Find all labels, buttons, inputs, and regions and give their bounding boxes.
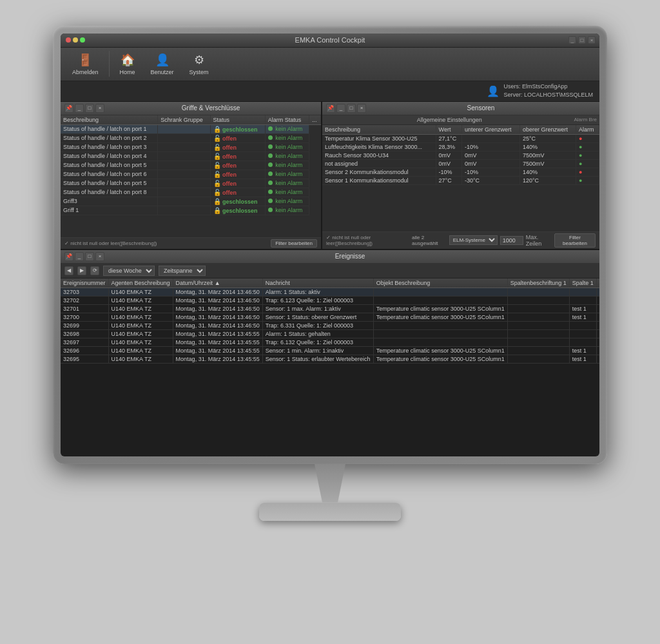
griffe-panel-header: 📌 _ □ × Griffe & Verschlüsse	[61, 102, 321, 115]
griffe-row[interactable]: Status of handle / latch on port 1 🔒 ges…	[61, 124, 321, 133]
ereignisse-tb-btn2[interactable]: ▶	[77, 266, 86, 275]
system-button[interactable]: ⚙ System	[184, 50, 214, 78]
col-status: Status	[210, 115, 265, 125]
time-filter-select[interactable]: Zeitspanne	[159, 266, 206, 276]
max-zeilen-label: Max. Zeilen	[526, 234, 552, 247]
minimize-button[interactable]: _	[568, 36, 576, 44]
griffe-row[interactable]: Griff 1 🔒 geschlossen kein Alarm	[61, 206, 321, 215]
griffe-row[interactable]: Status of handle / latch on port 5 🔓 off…	[61, 161, 321, 170]
sensoren-row[interactable]: Rauch Sensor 3000-U34 0mV 0mV 7500mV ●	[322, 151, 599, 159]
ereignisse-row[interactable]: 32700 U140 EMKA TZ Montag, 31. März 2014…	[61, 313, 599, 321]
griffe-alarm: kein Alarm	[265, 133, 309, 142]
user-info: Users: ElmStsConfigApp Server: LOCALHOST…	[503, 83, 593, 99]
ereignisse-toolbar: ◀ ▶ ⟳ diese Woche Zeitspanne	[61, 264, 599, 278]
griffe-status: 🔓 offen	[210, 170, 265, 179]
ereignis-agent: U140 EMKA TZ	[108, 321, 173, 329]
ereignisse-row[interactable]: 32701 U140 EMKA TZ Montag, 31. März 2014…	[61, 304, 599, 313]
monitor-screen: EMKA Control Cockpit _ □ × 🚪 Abmelden	[61, 34, 599, 456]
griffe-status: 🔓 offen	[210, 151, 265, 161]
sensoren-row[interactable]: Luftfeuchtigkeits Klima Sensor 3000... 2…	[322, 142, 599, 151]
sensoren-filter-btn[interactable]: Filter bearbeiten	[554, 233, 596, 248]
griffe-row[interactable]: Status of handle / latch on port 4 🔓 off…	[61, 151, 321, 161]
ereignisse-min-btn[interactable]: _	[75, 252, 84, 261]
ereignisse-row[interactable]: 32697 U140 EMKA TZ Montag, 31. März 2014…	[61, 338, 599, 346]
griffe-row[interactable]: Status of handle / latch on port 2 🔓 off…	[61, 133, 321, 142]
sensoren-min-btn[interactable]: _	[336, 104, 345, 113]
lock-closed-icon: 🔒	[213, 207, 221, 214]
griffe-close-btn[interactable]: ×	[95, 104, 104, 113]
close-button[interactable]: ×	[588, 36, 596, 44]
close-dot[interactable]	[66, 37, 71, 43]
sensor-unterer: 0mV	[461, 159, 519, 168]
minimize-dot[interactable]	[73, 37, 78, 43]
griffe-status: 🔒 geschlossen	[210, 124, 265, 133]
sensoren-allgemein-label: Allgemeine Einstellungen	[417, 117, 482, 123]
date-filter-select[interactable]: diese Woche	[103, 266, 155, 276]
griffe-gruppe	[158, 133, 210, 142]
home-button[interactable]: 🏠 Home	[115, 50, 141, 78]
ereignisse-pin-btn[interactable]: 📌	[64, 252, 73, 261]
sensoren-pin-btn[interactable]: 📌	[326, 104, 335, 113]
ereignis-nr: 32697	[61, 338, 108, 346]
ereignis-nachricht: Alarm: 1 Status: gehalten	[262, 329, 373, 338]
ereignisse-row[interactable]: 32703 U140 EMKA TZ Montag, 31. März 2014…	[61, 288, 599, 296]
griffe-alarm: kein Alarm	[265, 197, 309, 206]
griffe-row[interactable]: Status of handle / latch on port 6 🔓 off…	[61, 170, 321, 179]
ereignisse-row[interactable]: 32698 U140 EMKA TZ Montag, 31. März 2014…	[61, 329, 599, 338]
griffe-pin-btn[interactable]: 📌	[64, 104, 73, 113]
ereignis-nachricht: Alarm: 1 Status: aktiv	[262, 288, 373, 296]
ereignis-sp1	[569, 288, 596, 296]
sensoren-row[interactable]: Sensor 1 Kommunikationsmodul 27°C -30°C …	[322, 176, 599, 184]
sensor-wert: -10%	[436, 168, 461, 176]
ereignisse-tb-btn3[interactable]: ⟳	[90, 266, 99, 275]
elm-source-select[interactable]: ELM-Systeme	[449, 235, 498, 245]
griffe-beschreibung: Status of handle / latch on port 6	[61, 170, 158, 179]
ereignisse-close-btn[interactable]: ×	[95, 252, 104, 261]
maximize-dot[interactable]	[80, 37, 85, 43]
ereignisse-row[interactable]: 32695 U140 EMKA TZ Montag, 31. März 2014…	[61, 355, 599, 363]
col-objekt: Objekt Beschreibung	[373, 278, 507, 288]
sensoren-row[interactable]: Temperatur Klima Sensor 3000-U25 27,1°C …	[322, 134, 599, 142]
ereignis-objekt	[373, 296, 507, 304]
alarm-dot	[268, 153, 273, 158]
benutzer-button[interactable]: 👤 Benutzer	[146, 50, 179, 78]
ereignisse-row[interactable]: 32702 U140 EMKA TZ Montag, 31. März 2014…	[61, 296, 599, 304]
user-name: Users: ElmStsConfigApp	[503, 83, 593, 91]
sensoren-table-container[interactable]: Beschreibung Wert unterer Grenzwert ober…	[322, 125, 599, 231]
griffe-min-btn[interactable]: _	[75, 104, 84, 113]
griffe-max-btn[interactable]: □	[85, 104, 94, 113]
col-nr: Ereignisnummer	[61, 278, 108, 288]
griffe-filter-btn[interactable]: Filter bearbeiten	[271, 239, 317, 248]
sensor-oberer: 140%	[519, 168, 576, 176]
griffe-table-container[interactable]: Beschreibung Schrank Gruppe Status Alarm…	[61, 115, 321, 237]
griffe-gruppe	[158, 124, 210, 133]
sensor-wert: 28,3%	[436, 142, 461, 151]
sensoren-close-btn[interactable]: ×	[357, 104, 366, 113]
ereignis-datum: Montag, 31. März 2014 13:46:50	[173, 296, 262, 304]
griffe-row[interactable]: Status of handle / latch on port 5 🔓 off…	[61, 179, 321, 188]
sensoren-row[interactable]: not assigned 0mV 0mV 7500mV ●	[322, 159, 599, 168]
title-bar: EMKA Control Cockpit _ □ ×	[61, 34, 599, 48]
ereignisse-panel: 📌 _ □ × Ereignisse ◀ ▶ ⟳	[61, 250, 599, 456]
ereignisse-table-container[interactable]: Ereignisnummer Agenten Beschreibung Datu…	[61, 278, 599, 456]
ereignisse-row[interactable]: 32699 U140 EMKA TZ Montag, 31. März 2014…	[61, 321, 599, 329]
toolbar-sep-1	[109, 51, 110, 77]
ereignisse-max-btn[interactable]: □	[85, 252, 94, 261]
ereignis-objekt: Temperature climatic sensor 3000-U25 SCo…	[373, 346, 507, 355]
griffe-row[interactable]: Status of handle / latch on port 8 🔓 off…	[61, 188, 321, 197]
griffe-row[interactable]: Griff3 🔒 geschlossen kein Alarm	[61, 197, 321, 206]
griffe-row[interactable]: Status of handle / latch on port 3 🔓 off…	[61, 142, 321, 151]
ereignisse-tb-btn1[interactable]: ◀	[64, 266, 73, 275]
griffe-beschreibung: Status of handle / latch on port 3	[61, 142, 158, 151]
abmelden-button[interactable]: 🚪 Abmelden	[67, 50, 104, 78]
ereignis-datum: Montag, 31. März 2014 13:45:55	[173, 355, 262, 363]
sensoren-row[interactable]: Sensor 2 Kommunikationsmodul -10% -10% 1…	[322, 168, 599, 176]
griffe-gruppe	[158, 188, 210, 197]
max-zeilen-input[interactable]	[500, 236, 523, 245]
ereignis-nr: 32699	[61, 321, 108, 329]
maximize-button[interactable]: □	[578, 36, 586, 44]
ereignisse-row[interactable]: 32696 U140 EMKA TZ Montag, 31. März 2014…	[61, 346, 599, 355]
griffe-title: Griffe & Verschlüsse	[104, 104, 317, 112]
sensoren-max-btn[interactable]: □	[347, 104, 356, 113]
griffe-status: 🔒 geschlossen	[210, 206, 265, 215]
